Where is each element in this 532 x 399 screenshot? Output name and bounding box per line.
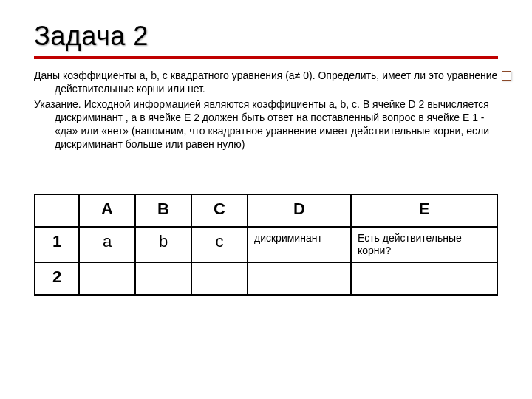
col-header-D: D bbox=[248, 194, 351, 227]
cell-E2 bbox=[351, 262, 497, 295]
cell-C2 bbox=[191, 262, 248, 295]
hint-label: Указание. bbox=[34, 98, 81, 110]
table-row: 2 bbox=[35, 262, 497, 295]
body-text: Даны коэффициенты a, b, c квадратного ур… bbox=[34, 69, 498, 151]
col-header-A: A bbox=[79, 194, 135, 227]
col-header-B: B bbox=[135, 194, 191, 227]
slide-title: Задача 2 bbox=[34, 21, 498, 52]
table-row: 1 a b c дискриминант Есть действительные… bbox=[35, 227, 497, 262]
spreadsheet-table: A B C D E 1 a b c дискриминант Есть дейс… bbox=[34, 194, 498, 296]
cell-A1: a bbox=[79, 227, 135, 262]
table-header-row: A B C D E bbox=[35, 194, 497, 227]
hint-text: Исходной информацией являются коэффициен… bbox=[55, 98, 489, 150]
cell-E1: Есть действительные корни? bbox=[351, 227, 497, 262]
col-header-E: E bbox=[351, 194, 497, 227]
cell-B1: b bbox=[135, 227, 191, 262]
slide: Задача 2 Даны коэффициенты a, b, c квадр… bbox=[0, 0, 532, 399]
cell-A2 bbox=[79, 262, 135, 295]
row-label-1: 1 bbox=[35, 227, 79, 262]
cell-D2 bbox=[248, 262, 351, 295]
legend-box-icon bbox=[502, 71, 511, 81]
col-header-C: C bbox=[191, 194, 248, 227]
cell-C1: c bbox=[191, 227, 248, 262]
title-underline bbox=[34, 56, 498, 59]
paragraph-2: Указание. Исходной информацией являются … bbox=[34, 98, 498, 151]
cell-D1: дискриминант bbox=[248, 227, 351, 262]
header-blank bbox=[35, 194, 79, 227]
paragraph-1: Даны коэффициенты a, b, c квадратного ур… bbox=[34, 69, 498, 96]
row-label-2: 2 bbox=[35, 262, 79, 295]
cell-B2 bbox=[135, 262, 191, 295]
